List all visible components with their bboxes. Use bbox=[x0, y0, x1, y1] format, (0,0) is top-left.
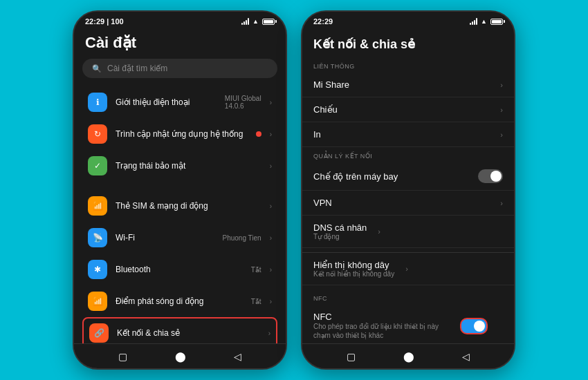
status-icons: ▲ bbox=[241, 18, 275, 25]
nav-back[interactable]: ◁ bbox=[234, 351, 241, 362]
page-title: Cài đặt bbox=[74, 28, 286, 59]
trinh-cap-nhat-content: Trình cập nhật ứng dụng hệ thống bbox=[116, 129, 248, 139]
search-icon: 🔍 bbox=[92, 64, 102, 73]
vpn-chevron: › bbox=[500, 199, 503, 207]
ket-noi-title: Kết nối & chia sẻ bbox=[117, 328, 260, 338]
nav-square[interactable]: ▢ bbox=[118, 351, 127, 362]
search-bar[interactable]: 🔍 Cài đặt tìm kiếm bbox=[82, 59, 277, 78]
chieu-title: Chiếu bbox=[313, 104, 489, 115]
bluetooth-title: Bluetooth bbox=[116, 265, 243, 274]
the-sim-content: Thẻ SIM & mạng di động bbox=[116, 201, 261, 211]
notification-dot bbox=[256, 131, 261, 137]
ket-noi-content: Kết nối & chia sẻ bbox=[117, 328, 260, 338]
mi-share-title: Mi Share bbox=[313, 79, 489, 90]
settings-item-diem-phat[interactable]: 📶 Điểm phát sóng di động Tắt › bbox=[82, 285, 277, 317]
gioi-thieu-right: MIUI Global14.0.6 bbox=[225, 95, 261, 110]
right-bottom-nav: ▢ ⬤ ◁ bbox=[302, 343, 514, 368]
right-battery-icon bbox=[490, 19, 503, 25]
right-status-time: 22:29 bbox=[313, 17, 333, 26]
trinh-cap-nhat-icon: ↻ bbox=[88, 124, 107, 144]
nfc-sub: Cho phép trao đổi dữ liệu khi thiết bị n… bbox=[313, 322, 452, 340]
diem-phat-right: Tắt bbox=[251, 298, 261, 305]
diem-phat-content: Điểm phát sóng di động bbox=[116, 296, 243, 306]
left-screen: 22:29 | 100 ▲ Cài đặt 🔍 Cài đặt tìm kiếm bbox=[74, 12, 286, 368]
signal-icon bbox=[241, 18, 249, 25]
settings-list: ℹ Giới thiệu điện thoại MIUI Global14.0.… bbox=[74, 86, 286, 368]
right-status-bar: 22:29 ▲ bbox=[302, 12, 514, 28]
right-page-title: Kết nối & chia sẻ bbox=[302, 28, 514, 57]
section-quan-ly: QUẢN LÝ KẾT NỐI bbox=[302, 147, 514, 162]
right-phone: 22:29 ▲ Kết nối & chia sẻ LIÊN THÔNG Mi … bbox=[301, 10, 515, 370]
hien-thi-content: Hiển thị không dây Kết nối hiển thị khôn… bbox=[313, 260, 394, 278]
divider-1 bbox=[82, 182, 277, 190]
mi-share-chevron: › bbox=[500, 81, 503, 89]
search-placeholder: Cài đặt tìm kiếm bbox=[107, 64, 167, 73]
gioi-thieu-content: Giới thiệu điện thoại bbox=[116, 97, 217, 107]
wifi-right: Phuong Tien bbox=[222, 234, 261, 242]
hien-thi-item[interactable]: Hiển thị không dây Kết nối hiển thị khôn… bbox=[302, 252, 514, 285]
wifi-content: Wi-Fi bbox=[116, 233, 214, 243]
nfc-item[interactable]: NFC Cho phép trao đổi dữ liệu khi thiết … bbox=[302, 305, 514, 348]
in-title: In bbox=[313, 129, 489, 140]
nfc-content: NFC Cho phép trao đổi dữ liệu khi thiết … bbox=[313, 312, 452, 340]
trang-thai-icon: ✓ bbox=[88, 156, 107, 175]
right-nav-home[interactable]: ⬤ bbox=[403, 351, 414, 362]
vpn-item[interactable]: VPN › bbox=[302, 191, 514, 216]
wifi-status-icon: ▲ bbox=[252, 18, 259, 25]
status-bar: 22:29 | 100 ▲ bbox=[74, 12, 286, 28]
may-bay-toggle[interactable] bbox=[478, 169, 503, 183]
the-sim-icon: 📶 bbox=[88, 196, 107, 216]
settings-item-wifi[interactable]: 📡 Wi-Fi Phuong Tien › bbox=[82, 222, 277, 254]
the-sim-chevron: › bbox=[270, 202, 272, 210]
right-screen: 22:29 ▲ Kết nối & chia sẻ LIÊN THÔNG Mi … bbox=[302, 12, 514, 368]
trang-thai-title: Trạng thái bảo mật bbox=[116, 161, 261, 171]
trinh-cap-nhat-chevron: › bbox=[270, 131, 272, 138]
left-phone: 22:29 | 100 ▲ Cài đặt 🔍 Cài đặt tìm kiếm bbox=[73, 10, 287, 370]
dns-content: DNS cá nhân Tự động bbox=[313, 222, 367, 240]
hien-thi-sub: Kết nối hiển thị không dây bbox=[313, 270, 394, 278]
right-nav-back[interactable]: ◁ bbox=[462, 351, 470, 362]
settings-item-trinh-cap-nhat[interactable]: ↻ Trình cập nhật ứng dụng hệ thống › bbox=[82, 118, 277, 150]
wifi-icon: 📡 bbox=[88, 228, 107, 247]
settings-item-gioi-thieu[interactable]: ℹ Giới thiệu điện thoại MIUI Global14.0.… bbox=[82, 86, 277, 118]
settings-item-trang-thai[interactable]: ✓ Trạng thái bảo mật › bbox=[82, 150, 277, 182]
settings-item-bluetooth[interactable]: ✱ Bluetooth Tắt › bbox=[82, 254, 277, 285]
settings-item-the-sim[interactable]: 📶 Thẻ SIM & mạng di động › bbox=[82, 190, 277, 222]
trang-thai-chevron: › bbox=[270, 162, 272, 170]
trinh-cap-nhat-title: Trình cập nhật ứng dụng hệ thống bbox=[116, 129, 248, 139]
bluetooth-chevron: › bbox=[270, 266, 272, 274]
battery-icon bbox=[262, 19, 275, 25]
nav-home[interactable]: ⬤ bbox=[175, 351, 186, 362]
may-bay-title: Chế độ trên máy bay bbox=[313, 171, 470, 182]
mi-share-item[interactable]: Mi Share › bbox=[302, 73, 514, 97]
status-time: 22:29 | 100 bbox=[85, 17, 124, 26]
gioi-thieu-chevron: › bbox=[270, 99, 272, 106]
diem-phat-chevron: › bbox=[270, 298, 272, 305]
right-status-icons: ▲ bbox=[470, 18, 503, 25]
chieu-chevron: › bbox=[500, 106, 503, 114]
wifi-chevron: › bbox=[270, 234, 272, 242]
in-item[interactable]: In › bbox=[302, 122, 514, 147]
dns-item[interactable]: DNS cá nhân Tự động › bbox=[302, 216, 514, 248]
nfc-title: NFC bbox=[313, 312, 452, 322]
may-bay-item[interactable]: Chế độ trên máy bay bbox=[302, 162, 514, 191]
trang-thai-content: Trạng thái bảo mật bbox=[116, 161, 261, 171]
dns-sub: Tự động bbox=[313, 233, 367, 240]
hien-thi-chevron: › bbox=[405, 265, 408, 273]
nfc-toggle[interactable] bbox=[460, 318, 488, 334]
hien-thi-title: Hiển thị không dây bbox=[313, 260, 394, 270]
chieu-item[interactable]: Chiếu › bbox=[302, 97, 514, 122]
section-lien-thong: LIÊN THÔNG bbox=[302, 57, 514, 73]
section-nfc: NFC bbox=[302, 289, 514, 305]
vpn-title: VPN bbox=[313, 198, 489, 208]
wifi-title: Wi-Fi bbox=[116, 233, 214, 243]
in-chevron: › bbox=[500, 131, 503, 139]
bluetooth-icon: ✱ bbox=[88, 260, 107, 279]
ket-noi-chevron: › bbox=[268, 330, 270, 337]
bluetooth-content: Bluetooth bbox=[116, 265, 243, 274]
bottom-nav: ▢ ⬤ ◁ bbox=[74, 343, 286, 368]
the-sim-title: Thẻ SIM & mạng di động bbox=[116, 201, 261, 211]
right-nav-square[interactable]: ▢ bbox=[347, 351, 356, 362]
right-signal-icon bbox=[470, 18, 477, 25]
right-wifi-icon: ▲ bbox=[481, 18, 487, 25]
